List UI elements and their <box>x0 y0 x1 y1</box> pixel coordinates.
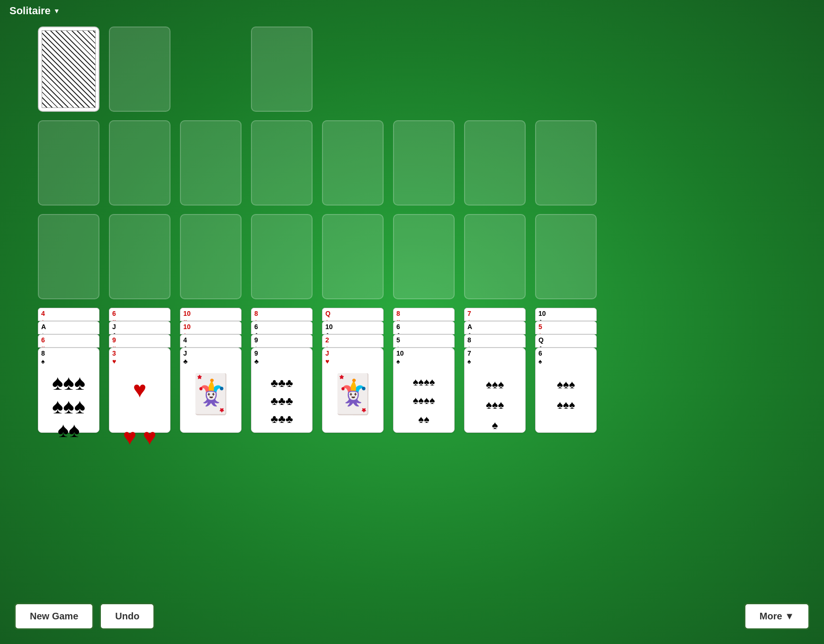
card-8h[interactable]: 8♥ <box>393 308 455 321</box>
tableau-col-0: 4♦ A♠ 6♥ 8♠ ♠♠♠♠♠♠♠♠ <box>38 308 99 459</box>
tableau-col-5: 8♥ 6♣ 5♠ 10♠ ♠♠♠♠♠♠♠♠♠♠ <box>393 308 455 459</box>
card-Qd[interactable]: Q♦ <box>322 308 384 321</box>
fd-2-1 <box>38 214 99 299</box>
card-8s2[interactable]: 8♠ <box>464 334 526 348</box>
top-row <box>38 27 786 112</box>
deck[interactable] <box>38 27 99 112</box>
facedown-row-2 <box>38 214 786 299</box>
fd-1-4 <box>251 120 313 206</box>
facedown-row-1 <box>38 120 786 206</box>
fd-2-2 <box>109 214 170 299</box>
fd-2-5 <box>322 214 384 299</box>
fd-1-8 <box>535 120 597 206</box>
spacer1 <box>180 27 242 112</box>
card-9h[interactable]: 9♥ <box>109 334 170 348</box>
right-buttons: More ▼ <box>744 603 810 630</box>
tableau-col-7: 10♣ 5♦ Q♣ 6♠ ♠♠♠♠♠♠ <box>535 308 597 459</box>
card-10h[interactable]: 10♥ <box>180 308 242 321</box>
card-10c2[interactable]: 10♣ <box>535 308 597 321</box>
bottom-bar: New Game Undo More ▼ <box>0 603 824 630</box>
tableau-col-3: 8♦ 6♣ 9♠ 9♣ ♣♣♣♣♣♣♣♣♣ <box>251 308 313 459</box>
card-7d[interactable]: 7♦ <box>464 308 526 321</box>
card-7s[interactable]: 7♠ ♠♠♠♠♠♠♠ <box>464 348 526 433</box>
fd-1-6 <box>393 120 455 206</box>
fd-2-7 <box>464 214 526 299</box>
card-5d[interactable]: 5♦ <box>535 321 597 334</box>
new-game-button[interactable]: New Game <box>14 603 94 630</box>
card-8d[interactable]: 8♦ <box>251 308 313 321</box>
fd-2-8 <box>535 214 597 299</box>
waste-pile[interactable] <box>109 27 170 112</box>
card-9c[interactable]: 9♣ ♣♣♣♣♣♣♣♣♣ <box>251 348 313 433</box>
app-title[interactable]: Solitaire ▼ <box>9 5 60 17</box>
card-6c[interactable]: 6♣ <box>251 321 313 334</box>
fd-2-6 <box>393 214 455 299</box>
card-5s[interactable]: 5♠ <box>393 334 455 348</box>
game-area: 4♦ A♠ 6♥ 8♠ ♠♠♠♠♠♠♠♠ 6♥ J♣ 9♥ <box>0 22 824 464</box>
card-4d[interactable]: 4♦ <box>38 308 99 321</box>
undo-button[interactable]: Undo <box>99 603 155 630</box>
fd-1-2 <box>109 120 170 206</box>
score-area <box>251 27 313 112</box>
card-6c2[interactable]: 6♣ <box>393 321 455 334</box>
header: Solitaire ▼ <box>0 0 824 22</box>
card-10c[interactable]: 10♣ <box>322 321 384 334</box>
card-6h2[interactable]: 6♥ <box>109 308 170 321</box>
card-4c[interactable]: 4♣ <box>180 334 242 348</box>
card-Ac[interactable]: A♣ <box>464 321 526 334</box>
card-Jh-face[interactable]: J♥ 🃏 <box>322 348 384 433</box>
left-buttons: New Game Undo <box>14 603 155 630</box>
card-10d[interactable]: 10♦ <box>180 321 242 334</box>
card-9s[interactable]: 9♠ <box>251 334 313 348</box>
card-3h[interactable]: 3♥ ♥ ♥ ♥ <box>109 348 170 433</box>
more-button[interactable]: More ▼ <box>744 603 810 630</box>
card-2d[interactable]: 2♦ <box>322 334 384 348</box>
fd-1-3 <box>180 120 242 206</box>
tableau: 4♦ A♠ 6♥ 8♠ ♠♠♠♠♠♠♠♠ 6♥ J♣ 9♥ <box>38 308 786 459</box>
tableau-col-6: 7♦ A♣ 8♠ 7♠ ♠♠♠♠♠♠♠ <box>464 308 526 459</box>
title-arrow: ▼ <box>54 7 60 15</box>
tableau-col-2: 10♥ 10♦ 4♣ J♣ 🃏 <box>180 308 242 459</box>
card-6h[interactable]: 6♥ <box>38 334 99 348</box>
title-text: Solitaire <box>9 5 51 17</box>
card-Jc[interactable]: J♣ <box>109 321 170 334</box>
fd-1-7 <box>464 120 526 206</box>
card-8s[interactable]: 8♠ ♠♠♠♠♠♠♠♠ <box>38 348 99 433</box>
card-Qc[interactable]: Q♣ <box>535 334 597 348</box>
card-6s[interactable]: 6♠ ♠♠♠♠♠♠ <box>535 348 597 433</box>
tableau-col-1: 6♥ J♣ 9♥ 3♥ ♥ ♥ ♥ <box>109 308 170 459</box>
card-Jc-face[interactable]: J♣ 🃏 <box>180 348 242 433</box>
tableau-col-4: Q♦ 10♣ 2♦ J♥ 🃏 <box>322 308 384 459</box>
fd-1-1 <box>38 120 99 206</box>
card-As[interactable]: A♠ <box>38 321 99 334</box>
fd-1-5 <box>322 120 384 206</box>
fd-2-3 <box>180 214 242 299</box>
fd-2-4 <box>251 214 313 299</box>
card-10s[interactable]: 10♠ ♠♠♠♠♠♠♠♠♠♠ <box>393 348 455 433</box>
spacer2 <box>322 27 786 112</box>
